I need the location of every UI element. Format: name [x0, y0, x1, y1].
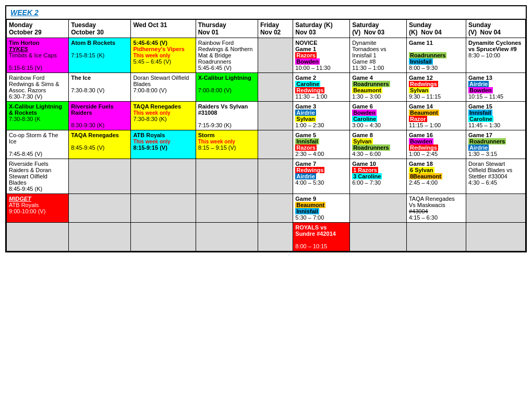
- header-monday: MondayOctober 29: [7, 20, 69, 38]
- header-sunday-v: Sunday(V) Nov 04: [466, 20, 525, 38]
- cell-r6-satk: Game 9 Beaumont Innisfail 5:30 – 7:00: [293, 194, 350, 223]
- cell-r5-satv: Game 10 1 Razors 3 Caroline 6:00 – 7:30: [350, 159, 407, 194]
- header-sunday-k: Sunday(K) Nov 04: [406, 20, 466, 38]
- cell-r7-fri: [258, 223, 293, 251]
- week-header: WEEK 2: [6, 6, 526, 19]
- cell-r2-sunv: Game 13 Airdrie Bowden 10:15 – 11:45: [466, 73, 525, 102]
- header-thursday: ThursdayNov 01: [196, 20, 258, 38]
- cell-r1-thu: Rainbow Ford Redwings & Northern Mat & B…: [196, 38, 258, 73]
- cell-r3-fri: [258, 102, 293, 130]
- cell-r6-thu: [196, 194, 258, 223]
- cell-r3-satv: Game 6 Bowden Caroline 3:00 – 4:30: [350, 102, 407, 130]
- cell-r5-sunk: Game 18 6 Sylvan 8Beaumont 2:45 – 4:00: [406, 159, 466, 194]
- cell-r7-wed: [131, 223, 196, 251]
- cell-r5-fri: [258, 159, 293, 194]
- cell-r5-wed: [131, 159, 196, 194]
- cell-r3-satk: Game 3 Airdrie Sylvan 1:00 – 2:30: [293, 102, 350, 130]
- cell-r5-sunv: Doran Stewart Oilfield Blades vs Stettle…: [466, 159, 525, 194]
- cell-r3-thu: Raiders Vs Sylvan #31008 7:15-9:30 (K): [196, 102, 258, 130]
- cell-r6-tue: [69, 194, 131, 223]
- cell-r7-mon: [7, 223, 69, 251]
- cell-r1-satv: Dynamite Tornadoes vs Innisfail 1Game #8…: [350, 38, 407, 73]
- cell-r7-thu: [196, 223, 258, 251]
- cell-r7-satk: ROYALS vs Sundre #42014 8:00 – 10:15: [293, 223, 350, 251]
- cell-r2-mon: Rainbow Ford Redwings & Sims & Assoc. Ra…: [7, 73, 69, 102]
- cell-r1-fri: [258, 38, 293, 73]
- cell-r2-wed: Doran Stewart Oilfield Blades 7:00-8:00 …: [131, 73, 196, 102]
- cell-r2-satv: Game 4 Roadrunners Beaumont 1:30 – 3:00: [350, 73, 407, 102]
- cell-r1-sunk: Game 11 Roadrunners Innisfail 8:00 – 9:3…: [406, 38, 466, 73]
- header-friday: FridayNov 02: [258, 20, 293, 38]
- cell-r4-thu: Storm This week only 8:15 – 9:15 (V): [196, 130, 258, 159]
- cell-r4-satk: Game 5 Innisfail Razors 2:30 – 4:00: [293, 130, 350, 159]
- cell-r4-sunk: Game 16 Bowden Redwings 1:00 – 2:45: [406, 130, 466, 159]
- cell-r3-sunv: Game 15 Innisfail Caroline 11:45 – 1:30: [466, 102, 525, 130]
- cell-r3-mon: X-Calibur Lightning & Rockets 7:30-8:30 …: [7, 102, 69, 130]
- cell-r7-sunv: [466, 223, 525, 251]
- header-wednesday: Wed Oct 31: [131, 20, 196, 38]
- cell-r4-satv: Game 8 Sylvan Roadrunners 4:30 – 6:00: [350, 130, 407, 159]
- cell-r1-tue: Atom B Rockets 7:15-8:15 (K): [69, 38, 131, 73]
- cell-r3-sunk: Game 14 Beaumont Razor 11:15 – 1:00: [406, 102, 466, 130]
- cell-r3-wed: TAQA Renegades This week only 7:30-8:30 …: [131, 102, 196, 130]
- cell-r2-fri: [258, 73, 293, 102]
- cell-r4-wed: ATB Royals This week only 8:15-9:15 (V): [131, 130, 196, 159]
- cell-r2-satk: Game 2 Caroline Redwings 11:30 – 1:00: [293, 73, 350, 102]
- cell-r4-fri: [258, 130, 293, 159]
- cell-r4-sunv: Game 17 Roadrunners Airdrie 1:30 – 3:15: [466, 130, 525, 159]
- cell-r2-tue: The Ice 7:30-8:30 (V): [69, 73, 131, 102]
- cell-r3-tue: Riverside Fuels Raiders 8:30-9:30 (K): [69, 102, 131, 130]
- cell-r4-mon: Co-op Storm & The Ice 7:45-8:45 (V): [7, 130, 69, 159]
- cell-r6-fri: [258, 194, 293, 223]
- cell-r1-mon: Tim Horton TYKES Timbits & Ice Caps 5:15…: [7, 38, 69, 73]
- cell-r6-mon: MIDGET ATB Royals 9:00-10:00 (V): [7, 194, 69, 223]
- header-tuesday: TuesdayOctober 30: [69, 20, 131, 38]
- cell-r1-sunv: Dynamite Cyclones vs SpruceView #9 8:30 …: [466, 38, 525, 73]
- cell-r1-satk: NOVICEGame 1 Razors Bowden 10:00 – 11:30: [293, 38, 350, 73]
- cell-r6-sunk: TAQA Renegades Vs Maskwacis #43004 4:15 …: [406, 194, 466, 223]
- cell-r5-mon: Riverside Fuels Raiders & Doran Stewart …: [7, 159, 69, 194]
- cell-r2-thu: X-Calibur Lightning 7:00-8:00 (V): [196, 73, 258, 102]
- cell-r6-wed: [131, 194, 196, 223]
- cell-r2-sunk: Game 12 Redwings Sylvan 9:30 – 11:15: [406, 73, 466, 102]
- cell-r5-tue: [69, 159, 131, 194]
- cell-r6-satv: [350, 194, 407, 223]
- header-saturday-v: Saturday(V) Nov 03: [350, 20, 407, 38]
- cell-r7-satv: [350, 223, 407, 251]
- cell-r5-thu: [196, 159, 258, 194]
- cell-r7-tue: [69, 223, 131, 251]
- schedule-container: WEEK 2 MondayOctober 29 TuesdayOctober 3…: [5, 5, 527, 252]
- cell-r6-sunv: [466, 194, 525, 223]
- header-saturday-k: Saturday (K)Nov 03: [293, 20, 350, 38]
- cell-r4-tue: TAQA Renegades 8:45-9:45 (V): [69, 130, 131, 159]
- cell-r5-satk: Game 7 Redwings Airdrie 4:00 – 5:30: [293, 159, 350, 194]
- cell-r1-wed: 5:45-6:45 (V) Pidherney's Vipers This we…: [131, 38, 196, 73]
- cell-r7-sunk: [406, 223, 466, 251]
